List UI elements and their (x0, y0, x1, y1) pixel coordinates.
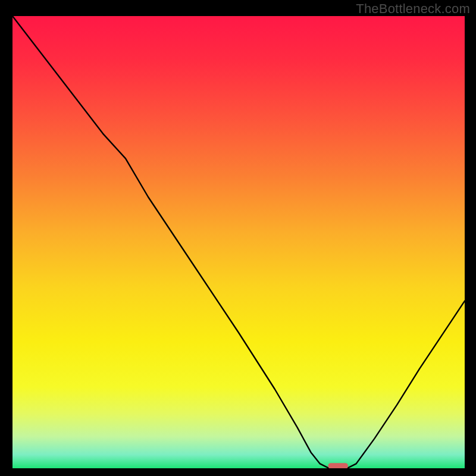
watermark-label: TheBottleneck.com (356, 1, 470, 17)
optimal-marker (328, 463, 347, 468)
chart-frame: TheBottleneck.com (0, 0, 476, 476)
bottleneck-chart (12, 16, 465, 468)
gradient-panel (12, 16, 465, 468)
